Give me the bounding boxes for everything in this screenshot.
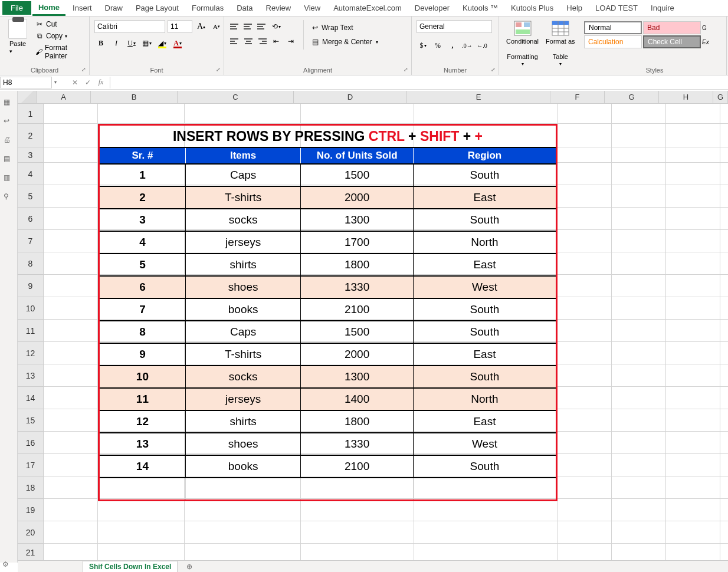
cell[interactable] (720, 124, 728, 147)
decrease-indent-button[interactable]: ⇤ (270, 35, 283, 48)
menu-review[interactable]: Review (260, 1, 297, 15)
align-bottom-button[interactable] (256, 21, 268, 32)
cell[interactable] (720, 230, 728, 252)
cell[interactable] (720, 387, 728, 409)
cell-units[interactable]: 1300 (301, 209, 414, 231)
rail-icon-6[interactable]: ⚲ (4, 192, 14, 203)
cell[interactable] (666, 230, 720, 252)
conditional-formatting-button[interactable]: ConditionalFormatting ▾ (504, 19, 541, 68)
cell-region[interactable]: East (414, 344, 556, 365)
cell-region[interactable]: South (414, 209, 556, 231)
cell[interactable] (720, 252, 728, 275)
row-header-12[interactable]: 12 (18, 342, 44, 364)
row-header-8[interactable]: 8 (18, 252, 44, 275)
cell[interactable] (666, 252, 720, 275)
cell[interactable] (612, 521, 666, 544)
col-header-H[interactable]: H (659, 91, 713, 103)
insert-function-button[interactable]: fx (94, 76, 107, 89)
dialog-launcher-clipboard[interactable]: ⤢ (80, 66, 87, 73)
underline-button[interactable]: U▾ (125, 37, 138, 50)
align-left-button[interactable] (229, 36, 241, 47)
cell[interactable] (666, 124, 720, 147)
cell[interactable] (612, 364, 666, 387)
cell[interactable] (666, 208, 720, 230)
col-header-G[interactable]: G (605, 91, 659, 103)
row-header-14[interactable]: 14 (18, 387, 44, 409)
cell-item[interactable]: shoes (186, 433, 301, 455)
cell[interactable] (558, 409, 612, 432)
row-header-5[interactable]: 5 (18, 185, 44, 208)
row-header-16[interactable]: 16 (18, 432, 44, 454)
cell[interactable] (44, 521, 98, 544)
cell[interactable] (44, 104, 98, 124)
cell[interactable] (98, 521, 185, 544)
cell[interactable] (558, 185, 612, 208)
cell[interactable] (558, 297, 612, 320)
cell-region[interactable]: West (414, 277, 556, 298)
cell[interactable] (666, 521, 720, 544)
cell[interactable] (558, 364, 612, 387)
cell-units[interactable]: 2100 (301, 299, 414, 320)
number-format-select[interactable] (417, 20, 492, 33)
col-header-F[interactable]: F (550, 91, 605, 103)
cell[interactable] (720, 297, 728, 320)
cell-sr[interactable]: 9 (100, 344, 186, 365)
cell-units[interactable]: 1400 (301, 389, 414, 410)
menu-page-layout[interactable]: Page Layout (130, 1, 185, 15)
cell[interactable] (612, 163, 666, 185)
cell-sr[interactable]: 8 (100, 321, 186, 343)
cell[interactable] (720, 544, 728, 560)
cell[interactable] (558, 147, 612, 163)
cell[interactable] (98, 544, 185, 560)
cell[interactable] (44, 544, 98, 560)
rail-icon-4[interactable]: ▤ (4, 154, 14, 165)
cell-region[interactable]: South (414, 366, 556, 387)
cell[interactable] (612, 320, 666, 342)
style-check-cell[interactable]: Check Cell (643, 35, 701, 48)
cell-item[interactable]: T-shirts (186, 344, 301, 365)
increase-font-button[interactable]: A▴ (195, 20, 208, 33)
cell[interactable] (44, 185, 98, 208)
cell-region[interactable]: North (414, 232, 556, 253)
cell-units[interactable]: 2000 (301, 344, 414, 365)
cell[interactable] (558, 521, 612, 544)
cell-region[interactable]: South (414, 299, 556, 320)
italic-button[interactable]: I (110, 37, 123, 50)
cell[interactable] (185, 521, 301, 544)
cell[interactable] (666, 409, 720, 432)
menu-data[interactable]: Data (231, 1, 258, 15)
fill-color-button[interactable]: ◢▾ (156, 37, 169, 50)
align-middle-button[interactable] (242, 21, 254, 32)
cell-sr[interactable]: 6 (100, 277, 186, 298)
cell[interactable] (720, 342, 728, 364)
row-header-2[interactable]: 2 (18, 124, 44, 147)
col-header-B[interactable]: B (91, 91, 178, 103)
cell-units[interactable]: 1700 (301, 232, 414, 253)
cell[interactable] (44, 275, 98, 297)
col-header-E[interactable]: E (407, 91, 550, 103)
col-header-A[interactable]: A (37, 91, 91, 103)
cell-region[interactable]: East (414, 187, 556, 208)
font-color-button[interactable]: A▾ (171, 37, 184, 50)
cell[interactable] (612, 147, 666, 163)
formula-input[interactable] (110, 77, 728, 88)
cell[interactable] (612, 409, 666, 432)
dialog-launcher-font[interactable]: ⤢ (215, 66, 222, 73)
cell[interactable] (414, 499, 558, 521)
format-painter-button[interactable]: 🖌Format Painter (33, 42, 84, 61)
settings-gear-icon[interactable]: ⚙ (2, 560, 13, 571)
row-header-1[interactable]: 1 (18, 104, 44, 124)
row-header-13[interactable]: 13 (18, 364, 44, 387)
style-gallery-down[interactable]: Ex (702, 35, 714, 48)
cell-units[interactable]: 1300 (301, 366, 414, 387)
orientation-button[interactable]: ⟲▾ (270, 20, 283, 33)
cell[interactable] (558, 124, 612, 147)
cell[interactable] (558, 104, 612, 124)
copy-button[interactable]: ⧉Copy ▾ (33, 31, 84, 41)
cell[interactable] (720, 476, 728, 499)
increase-decimal-button[interactable]: .0→ (461, 39, 474, 52)
dialog-launcher-alignment[interactable]: ⤢ (402, 66, 409, 73)
cell[interactable] (666, 454, 720, 476)
cell[interactable] (558, 320, 612, 342)
name-box[interactable] (0, 77, 52, 88)
